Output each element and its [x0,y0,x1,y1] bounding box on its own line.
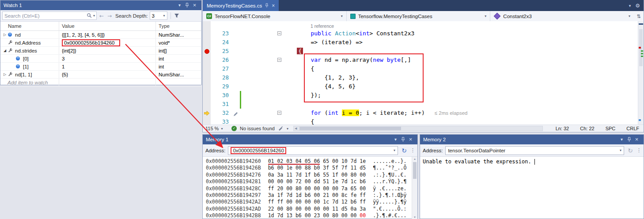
code-line[interactable]: 30}); [203,91,644,100]
code-line[interactable]: 33{ [203,117,644,125]
watch-value[interactable]: 3 [59,55,156,62]
class-dropdown[interactable]: Tensorflow.MemoryTestingCases ▾ [347,11,491,21]
watch-value[interactable]: 1 [59,63,156,70]
memory1-address-value[interactable]: 0x000002556B194260 [231,147,286,154]
search-prev-icon[interactable]: ← [98,13,105,19]
toolbar-overflow-icon[interactable]: ⋮ [636,147,641,153]
code-editor[interactable]: 1 reference23−public Action<int> Constan… [203,21,644,125]
window-position-menu-icon[interactable]: ▾ [618,135,625,144]
memory-row[interactable]: 0x000002556B19426001 02 03 04 05 06 65 0… [206,158,417,165]
memory1-hex-view[interactable]: 0x000002556B19426001 02 03 04 05 06 65 0… [203,157,417,219]
watch-row[interactable]: ◢nd.strides{int[2]}int[] [0,47,201,55]
tab-close-icon[interactable]: × [272,3,275,9]
space-indicator[interactable]: SPC [606,126,616,131]
watch-add-row[interactable]: Add item to watch [0,79,201,87]
search-options-dropdown-icon[interactable]: ▾ [92,14,96,18]
memory2-address-value[interactable]: tensor.TensorDataPointer [448,148,505,153]
memory1-titlebar[interactable]: Memory 1 ▾ × [203,135,417,144]
navbar-split-icon[interactable]: ⇅ [634,13,644,19]
code-line[interactable]: 29{4, 5, 6} [203,82,644,91]
close-icon[interactable]: × [633,135,640,144]
watch-row[interactable]: [0]3int [0,55,201,63]
toolbar-overflow-icon[interactable]: ⋮ [410,147,415,153]
memory2-content[interactable]: Unable to evaluate the expression. [420,157,644,166]
column-indicator[interactable]: Ch: 22 [580,126,594,131]
column-header-name[interactable]: Name [0,22,59,30]
scroll-down-icon[interactable]: ▾ [412,215,417,219]
code-line[interactable]: 32−for (int i = 0; i < iterate; i++)≤ 2m… [203,109,644,117]
memory-row[interactable]: 0x000002556B19428100 00 00 72 00 dd 51 1… [206,178,417,185]
expand-icon[interactable]: ▷ [2,72,8,76]
fold-toggle-icon[interactable]: − [277,31,281,35]
close-icon[interactable]: × [191,0,198,10]
search-icon[interactable] [87,12,92,20]
line-ending-indicator[interactable]: CRLF [626,126,639,131]
chevron-down-icon[interactable]: ▾ [620,148,621,152]
member-dropdown[interactable]: Constant2x3 ▾ [490,11,634,21]
code-line[interactable]: 24=> (iterate) => [203,38,644,47]
memory2-titlebar[interactable]: Memory 2 ▾ × [420,135,644,144]
column-header-type[interactable]: Type [156,22,201,30]
watch-row[interactable]: [1]1int [0,63,201,71]
watch-value[interactable]: {int[2]} [59,47,156,54]
editor-vertical-scrollbar[interactable] [638,21,644,125]
pin-icon[interactable] [625,135,633,144]
memory-row[interactable]: 0x000002556B1942760a 3a 11 7d 1f b6 55 1… [206,172,417,178]
search-input[interactable] [3,13,87,19]
watch-value[interactable] [59,79,156,86]
column-header-value[interactable]: Value [59,22,156,30]
watch-value[interactable]: {5} [59,71,156,78]
code-line[interactable]: 26−var nd = np.array(new byte[,] [203,56,644,64]
refresh-icon[interactable]: ↻ [401,147,408,154]
pin-icon[interactable] [183,0,191,10]
search-box[interactable]: ▾ [2,11,97,20]
tab-memorytestingcases[interactable]: MemoryTestingCases.cs × [203,0,279,11]
watch-titlebar[interactable]: Watch 1 ▾ × [0,0,201,10]
memory-row[interactable]: 0x000002556B1942B81d 7d 13 b6 00 23 00 8… [206,212,417,219]
line-indicator[interactable]: Ln: 32 [556,126,569,131]
watch-row[interactable]: ▷nd[1, 1]{5}NumShar... [0,71,201,79]
memory-row[interactable]: 0x000002556B19426Bb6 00 1e 00 88 b0 3f 5… [206,165,417,171]
breakpoint-icon[interactable] [205,49,209,54]
zoom-dropdown[interactable]: 115 % ▾ [205,126,228,131]
memory-row[interactable]: 0x000002556B1942973a 1f 7d 1d b6 00 21 0… [206,192,417,199]
window-position-menu-icon[interactable]: ▾ [392,135,399,144]
project-dropdown[interactable]: C# TensorFlowNET.Console ▾ [203,11,347,21]
refresh-icon[interactable]: ↻ [627,147,634,154]
health-check-icon[interactable]: ✓ [231,126,237,131]
memory-row[interactable]: 0x000002556B19428Cff 20 00 80 00 00 00 0… [206,185,417,192]
code-line[interactable]: 31 [203,100,644,109]
collapse-icon[interactable]: ◢ [2,49,8,53]
search-next-icon[interactable]: → [106,13,113,19]
fold-toggle-icon[interactable]: − [277,58,281,62]
memory1-scrollbar[interactable]: ▴ ▾ [412,157,417,219]
filter-icon[interactable] [174,12,179,20]
scroll-up-icon[interactable]: ▴ [412,157,417,161]
gear-icon[interactable]: ⚙ [635,3,640,9]
pin-icon[interactable] [399,135,407,144]
scroll-left-icon[interactable]: ◀ [295,126,297,131]
watch-row[interactable]: ▷nd{[[1, 2, 3], [4, 5, 6]]}NumShar... [0,31,201,39]
watch-row[interactable]: nd.Address0x000002556b194260void* [0,39,201,47]
code-cleanup-dropdown-icon[interactable]: ▾ [287,127,288,131]
tab-pin-icon[interactable] [265,3,269,8]
code-line[interactable]: 25{ [203,47,644,56]
memory-row[interactable]: 0x000002556B1942AD22 00 80 00 00 00 00 1… [206,206,417,212]
tab-list-dropdown-icon[interactable]: ▾ [629,4,631,8]
close-icon[interactable]: × [407,135,414,144]
code-line[interactable]: 27{ [203,64,644,73]
code-line[interactable]: 23−public Action<int> Constant2x3 [203,29,644,38]
expand-icon[interactable]: ▷ [2,33,8,37]
code-line[interactable]: 28{1, 2, 3}, [203,73,644,82]
search-depth-combo[interactable]: 3 ▾ [150,11,167,20]
hscrollbar-thumb[interactable] [299,127,401,130]
watch-value[interactable]: 0x000002556b194260 [59,39,156,46]
scrollbar-thumb[interactable] [413,162,417,179]
code-cleanup-icon[interactable] [278,126,284,132]
memory1-address-combo[interactable]: 0x000002556B194260 ▾ [228,146,398,155]
window-position-menu-icon[interactable]: ▾ [176,0,183,10]
memory2-address-combo[interactable]: tensor.TensorDataPointer ▾ [445,146,624,155]
code-lens-references[interactable]: 1 reference [283,23,334,29]
horizontal-scrollbar[interactable]: ◀ [293,126,543,131]
memory-row[interactable]: 0x000002556B1942A2ff ff 00 00 00 00 1c 7… [206,199,417,205]
